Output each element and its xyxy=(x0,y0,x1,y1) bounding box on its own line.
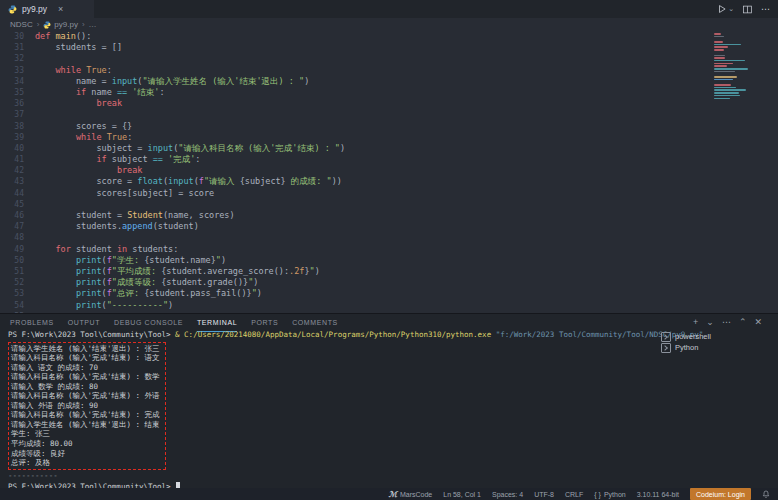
line-number[interactable]: 48 xyxy=(0,232,24,243)
minimap-line xyxy=(714,98,730,100)
line-number[interactable]: 46 xyxy=(0,210,24,221)
python-interpreter[interactable]: 3.10.11 64-bit xyxy=(637,491,679,498)
terminal-output-line: 请输入 数学 的成绩: 80 xyxy=(11,382,163,392)
code-line[interactable]: 43 score = float(input(f"请输入 {subject} 的… xyxy=(0,176,778,187)
line-number[interactable]: 37 xyxy=(0,109,24,120)
panel-tab-comments[interactable]: COMMENTS xyxy=(292,314,338,331)
line-number[interactable]: 36 xyxy=(0,98,24,109)
code-token: for xyxy=(35,244,76,254)
code-line[interactable]: 30def main(): xyxy=(0,31,778,42)
panel-tab-problems[interactable]: PROBLEMS xyxy=(10,314,54,331)
code-token: input xyxy=(148,143,174,153)
code-line[interactable]: 45 xyxy=(0,199,778,210)
line-number[interactable]: 38 xyxy=(0,121,24,132)
code-line[interactable]: 44 scores[subject] = score xyxy=(0,188,778,199)
code-line[interactable]: 53 print(f"总评: {student.pass_fail()}") xyxy=(0,288,778,299)
language-mode[interactable]: { }Python xyxy=(594,491,625,498)
panel-tab-terminal[interactable]: TERMINAL xyxy=(197,314,237,332)
line-number[interactable]: 31 xyxy=(0,42,24,53)
code-text: subject = input("请输入科目名称 (输入'完成'结束) : ") xyxy=(35,143,345,154)
breadcrumb-folder[interactable]: NDSC xyxy=(10,20,33,29)
line-number[interactable]: 49 xyxy=(0,244,24,255)
line-number[interactable]: 32 xyxy=(0,53,24,64)
code-line[interactable]: 39 while True: xyxy=(0,132,778,143)
codeium-login[interactable]: Codeium: Login xyxy=(690,488,751,500)
code-line[interactable]: 33 while True: xyxy=(0,65,778,76)
code-line[interactable]: 49 for student in students: xyxy=(0,244,778,255)
minimap-line xyxy=(714,71,735,73)
notifications[interactable] xyxy=(762,490,770,498)
line-number[interactable]: 39 xyxy=(0,132,24,143)
minimap-line xyxy=(714,41,723,43)
code-line[interactable]: 48 xyxy=(0,232,778,243)
code-token: '完成' xyxy=(168,154,195,164)
terminal-instance-powershell[interactable]: powershell xyxy=(653,331,778,342)
code-line[interactable]: 52 print(f"成绩等级: {student.grade()}") xyxy=(0,277,778,288)
marscode-status[interactable]: ℳMarsCode xyxy=(388,490,432,499)
maximize-panel-icon[interactable]: ⌃ xyxy=(739,318,747,327)
code-text: if name == '结束': xyxy=(35,87,165,98)
tab-close-icon[interactable]: × xyxy=(58,5,63,14)
panel-more-icon[interactable]: ⋯ xyxy=(722,318,731,327)
code-line[interactable]: 51 print(f"平均成绩: {student.average_score(… xyxy=(0,266,778,277)
code-line[interactable]: 54 print("----------") xyxy=(0,300,778,311)
code-line[interactable]: 50 print(f"学生: {student.name}") xyxy=(0,255,778,266)
code-token: print xyxy=(76,266,102,276)
code-token: name xyxy=(91,87,117,97)
line-number[interactable]: 30 xyxy=(0,31,24,42)
code-line[interactable]: 47 students.append(student) xyxy=(0,221,778,232)
line-number[interactable]: 50 xyxy=(0,255,24,266)
line-number[interactable]: 41 xyxy=(0,154,24,165)
line-number[interactable]: 43 xyxy=(0,176,24,187)
code-token: ) xyxy=(315,266,320,276)
code-line[interactable]: 35 if name == '结束': xyxy=(0,87,778,98)
code-line[interactable]: 42 break xyxy=(0,165,778,176)
split-editor-icon[interactable] xyxy=(743,5,752,14)
new-terminal-icon[interactable]: + xyxy=(693,318,698,327)
code-token: print xyxy=(76,255,102,265)
code-token: : xyxy=(107,65,112,75)
code-line[interactable]: 41 if subject == '完成': xyxy=(0,154,778,165)
indentation[interactable]: Spaces: 4 xyxy=(492,491,523,498)
panel-tab-ports[interactable]: PORTS xyxy=(251,314,278,331)
code-line[interactable]: 36 break xyxy=(0,98,778,109)
line-number[interactable]: 42 xyxy=(0,165,24,176)
code-line[interactable]: 32 xyxy=(0,53,778,64)
more-actions-icon[interactable]: ⋯ xyxy=(761,5,770,14)
line-number[interactable]: 35 xyxy=(0,87,24,98)
code-line[interactable]: 34 name = input("请输入学生姓名 (输入'结束'退出) : ") xyxy=(0,76,778,87)
line-number[interactable]: 44 xyxy=(0,188,24,199)
code-line[interactable]: 40 subject = input("请输入科目名称 (输入'完成'结束) :… xyxy=(0,143,778,154)
encoding[interactable]: UTF-8 xyxy=(534,491,554,498)
terminal[interactable]: PS F:\Work\2023 Tool\Community\Tool> & C… xyxy=(8,330,648,488)
terminal-instance-python[interactable]: Python xyxy=(653,342,778,353)
run-dropdown-icon[interactable]: ⌄ xyxy=(728,5,734,13)
line-number[interactable]: 34 xyxy=(0,76,24,87)
panel-tab-output[interactable]: OUTPUT xyxy=(68,314,100,331)
minimap[interactable] xyxy=(714,33,764,153)
panel-tab-debug-console[interactable]: DEBUG CONSOLE xyxy=(114,314,183,331)
code-line[interactable]: 46 student = Student(name, scores) xyxy=(0,210,778,221)
run-button[interactable]: ⌄ xyxy=(717,4,734,14)
breadcrumb-symbol[interactable]: … xyxy=(89,20,97,29)
line-number[interactable]: 40 xyxy=(0,143,24,154)
code-line[interactable]: 38 scores = {} xyxy=(0,121,778,132)
editor-actions: ⌄ ⋯ xyxy=(717,0,770,18)
line-number[interactable]: 53 xyxy=(0,288,24,299)
tab-py9[interactable]: py9.py × xyxy=(0,0,94,18)
line-number[interactable]: 33 xyxy=(0,65,24,76)
line-number[interactable]: 52 xyxy=(0,277,24,288)
breadcrumb-file[interactable]: py9.py xyxy=(43,20,78,29)
code-token: students. xyxy=(35,221,122,231)
line-number[interactable]: 45 xyxy=(0,199,24,210)
terminal-dropdown-icon[interactable]: ⌄ xyxy=(706,318,714,327)
code-line[interactable]: 31 students = [] xyxy=(0,42,778,53)
code-line[interactable]: 37 xyxy=(0,109,778,120)
code-editor[interactable]: 30def main():31 students = []3233 while … xyxy=(0,31,778,313)
line-number[interactable]: 47 xyxy=(0,221,24,232)
close-panel-icon[interactable]: ✕ xyxy=(754,318,762,327)
eol[interactable]: CRLF xyxy=(565,491,583,498)
line-number[interactable]: 54 xyxy=(0,300,24,311)
line-number[interactable]: 51 xyxy=(0,266,24,277)
cursor-position[interactable]: Ln 58, Col 1 xyxy=(443,491,481,498)
